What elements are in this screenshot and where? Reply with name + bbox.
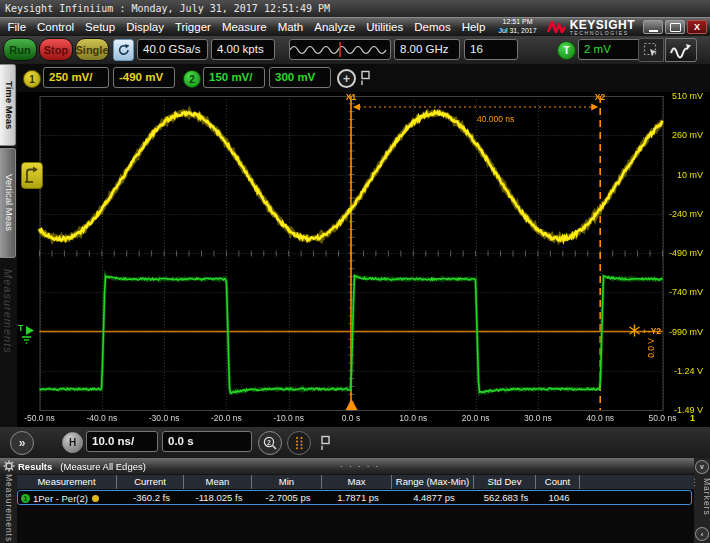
delta-time-label: 40.000 ns (477, 114, 514, 124)
y2-value-label: 0.0 V (646, 338, 656, 358)
x-axis-tick: -10.0 ns (273, 413, 304, 423)
menu-item-setup[interactable]: Setup (80, 21, 121, 33)
ch1-reference-icon (24, 166, 40, 185)
measurement-value: 4.4877 ps (393, 491, 475, 506)
channel-2-badge[interactable]: 2 (183, 70, 201, 88)
trigger-badge[interactable]: T (557, 41, 576, 60)
scope-plot: -50.0 ns-40.0 ns-30.0 ns-20.0 ns-10.0 ns… (17, 92, 710, 427)
measurement-value: -2.7005 ps (253, 491, 323, 506)
averages-field[interactable]: 16 (464, 39, 518, 60)
run-button[interactable]: Run (3, 38, 37, 61)
brand-name: KEYSIGHT (570, 19, 635, 31)
add-waveform-button[interactable]: + (337, 69, 356, 88)
clear-display-button[interactable] (113, 39, 134, 61)
menu-item-utilities[interactable]: Utilities (361, 21, 409, 33)
y2-marker[interactable]: › -Y2 (628, 324, 661, 337)
column-header: Max (322, 475, 392, 489)
pin-hbar-button[interactable] (318, 434, 332, 451)
tab-vertical-meas[interactable]: Vertical Meas (0, 148, 16, 258)
menu-item-control[interactable]: Control (32, 21, 80, 33)
y2-star-icon (628, 324, 641, 337)
menu-item-trigger[interactable]: Trigger (169, 21, 216, 33)
menu-bar: FileControlSetupDisplayTriggerMeasureMat… (0, 17, 710, 36)
column-header: Min (252, 475, 322, 489)
menu-item-math[interactable]: Math (272, 21, 309, 33)
x-axis-tick: -20.0 ns (211, 413, 242, 423)
sidebar-expander-button[interactable]: » (10, 431, 34, 455)
ch1-offset-field[interactable]: -490 mV (113, 67, 175, 88)
window-title: Keysight Infiniium : Monday, July 31, 20… (5, 3, 330, 14)
y-axis-tick: 10 mV (641, 170, 703, 180)
trigger-position-preview[interactable] (289, 39, 391, 60)
keysight-logo: KEYSIGHT TECHNOLOGIES (547, 19, 635, 36)
bandwidth-field[interactable]: 8.00 GHz (394, 39, 460, 60)
zoom-region-button[interactable] (638, 38, 664, 62)
h-position-field[interactable]: 0.0 s (162, 431, 252, 452)
menu-item-help[interactable]: Help (456, 21, 491, 33)
measurement-name-cell: 11Per - Per(2) (18, 491, 118, 506)
y-axis-tick: -740 mV (641, 287, 703, 297)
ch1-reference-marker[interactable] (21, 162, 43, 189)
results-table: MeasurementCurrentMeanMinMaxRange (Max-M… (17, 475, 694, 543)
results-header-row: MeasurementCurrentMeanMinMaxRange (Max-M… (17, 475, 694, 489)
results-title: Results (18, 461, 52, 472)
keysight-infiniium-window: Keysight Infiniium : Monday, July 31, 20… (0, 0, 710, 543)
brand-subtitle: TECHNOLOGIES (570, 31, 635, 36)
clock-date: Jul 31, 2017 (499, 27, 537, 34)
results-settings-button[interactable] (0, 460, 18, 472)
warning-dot-icon (92, 495, 99, 502)
column-header: Measurement (17, 475, 117, 489)
pin-toolbar-button[interactable] (358, 69, 372, 86)
autoscale-icon (669, 41, 693, 59)
measurement-value: -118.025 fs (185, 491, 253, 506)
maximize-button[interactable] (665, 20, 685, 34)
menu-item-analyze[interactable]: Analyze (309, 21, 361, 33)
acquisition-toolbar: Run Stop Single 40.0 GSa/s 4.00 kpts 8.0… (0, 36, 710, 64)
ch1-scale-field[interactable]: 250 mV/ (43, 67, 109, 88)
markers-collapse-button[interactable]: v (695, 460, 709, 474)
svg-text:2: 2 (267, 439, 271, 446)
h-scale-field[interactable]: 10.0 ns/ (86, 431, 158, 452)
markers-prev-button[interactable]: ‹ (695, 527, 709, 541)
sample-rate-field[interactable]: 40.0 GSa/s (137, 39, 208, 60)
ch2-scale-field[interactable]: 150 mV/ (203, 67, 265, 88)
measurement-value: 1046 (537, 491, 581, 506)
x2-marker-label[interactable]: X2 (595, 92, 605, 102)
close-button[interactable]: X (687, 20, 707, 34)
zoom-region-icon (643, 42, 659, 58)
zoom2-magnifier-icon: 2 (262, 435, 278, 451)
tab-time-meas[interactable]: Time Meas (0, 64, 16, 146)
markers-tab[interactable]: Markers ... (692, 478, 710, 528)
horizontal-badge[interactable]: H (62, 432, 83, 453)
channel-toolbar: 1 250 mV/ -490 mV 2 150 mV/ 300 mV + (17, 64, 710, 92)
ch2-offset-field[interactable]: 300 mV (269, 67, 331, 88)
menu-item-demos[interactable]: Demos (409, 21, 456, 33)
channel-1-badge[interactable]: 1 (23, 70, 41, 88)
left-tab-strip: Time Meas Vertical Meas Measurements (0, 64, 17, 427)
y-axis-tick: -1.24 V (641, 366, 703, 376)
results-drag-handle[interactable]: · · · · · (340, 462, 380, 471)
zoom2-button[interactable]: 2 (258, 431, 282, 455)
measurements-watermark: Measurements (2, 269, 14, 354)
x-axis-tick: -30.0 ns (149, 413, 180, 423)
results-titlebar[interactable]: Results (Measure All Edges) · · · · · (0, 458, 710, 474)
results-side-left: Measurements (0, 474, 17, 543)
measurement-row[interactable]: 11Per - Per(2)-360.2 fs-118.025 fs-2.700… (17, 490, 692, 505)
menu-item-display[interactable]: Display (121, 21, 170, 33)
x-axis-tick: 30.0 ns (524, 413, 552, 423)
stop-button[interactable]: Stop (39, 38, 73, 61)
menu-item-measure[interactable]: Measure (216, 21, 272, 33)
memory-depth-field[interactable]: 4.00 kpts (211, 39, 275, 60)
pin-icon-2 (319, 435, 331, 451)
minimize-button[interactable] (643, 20, 663, 34)
scope-display[interactable] (17, 92, 710, 427)
single-button[interactable]: Single (75, 38, 109, 61)
time-markers-button[interactable] (287, 431, 311, 455)
horizontal-toolbar: » H 10.0 ns/ 0.0 s 2 (0, 427, 710, 458)
autoscale-button[interactable] (665, 38, 697, 62)
measurement-channel-badge: 1 (21, 494, 30, 503)
trigger-level-marker[interactable]: T (18, 321, 39, 347)
x1-marker-label[interactable]: X1 (346, 92, 356, 102)
menu-item-file[interactable]: File (2, 21, 32, 33)
menu-items: FileControlSetupDisplayTriggerMeasureMat… (2, 21, 491, 33)
